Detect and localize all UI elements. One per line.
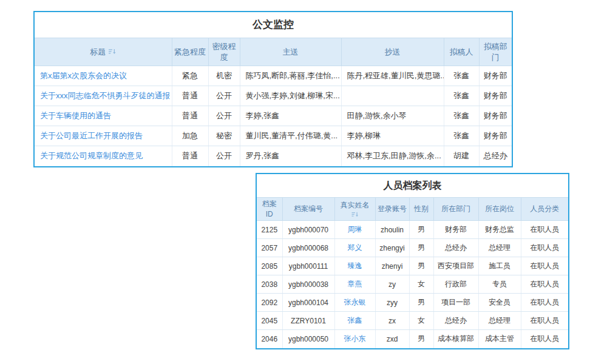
archive-code-cell-container: ygbh000038	[282, 275, 334, 294]
login-account-cell-container: zyy	[375, 294, 409, 312]
real-name-link[interactable]: 张永银	[344, 298, 366, 306]
archive-code-cell-container: ygbh000104	[282, 294, 334, 312]
doc-title-link-container: 关于xxx同志临危不惧勇斗歹徒的通报	[35, 86, 172, 106]
real-name-link-container: 张小东	[334, 330, 375, 348]
category-cell-container: 在职人员	[521, 294, 568, 312]
secrecy-cell-container: 公开	[208, 106, 240, 126]
main-send-cell-container: 董川民,董清平,付伟璐,黄...	[240, 126, 341, 146]
department-cell-container: 行政部	[433, 275, 478, 294]
col-header-login-account: 登录账号	[375, 198, 409, 221]
real-name-link[interactable]: 章燕	[348, 280, 362, 288]
col-header-draft-dept: 拟稿部门	[479, 38, 512, 66]
archive-id-cell-container: 2092	[257, 294, 282, 312]
secrecy-cell-container: 公开	[208, 146, 240, 166]
login-account-cell-container: zy	[375, 275, 409, 294]
sort-icon[interactable]	[109, 48, 116, 55]
doc-title-link[interactable]: 关于规范公司规章制度的意见	[40, 151, 143, 160]
doc-title-link[interactable]: 关于公司最近工作开展的报告	[40, 131, 143, 140]
department-cell-container: 西安项目部	[433, 257, 478, 275]
urgency-cell-container: 加急	[172, 126, 208, 146]
col-header-urgency: 紧急程度	[172, 38, 208, 66]
table-row: 第x届第x次股东会的决议紧急机密陈巧凤,断郎,蒋丽,李佳怡,...陈丹,程亚雄,…	[35, 66, 512, 86]
secrecy-cell-container: 公开	[208, 86, 240, 106]
doc-header-row: 标题 紧急程度 密级程度 主送 抄送 拟稿人 拟稿部门	[35, 38, 512, 66]
gender-cell-container: 男	[409, 294, 433, 312]
archive-code-cell-container: ygbh000068	[282, 239, 334, 257]
gender-cell-container: 男	[409, 221, 433, 239]
drafter-cell-container: 张鑫	[444, 86, 479, 106]
real-name-link[interactable]: 周琳	[348, 225, 362, 234]
login-account-cell-container: zhoulin	[375, 221, 409, 239]
doc-monitor-panel: 公文监控 标题	[33, 11, 513, 167]
gender-cell-container: 男	[409, 239, 433, 257]
personnel-header-row: 档案ID 档案编号 真实姓名 登录账号 性别	[257, 198, 568, 221]
draft-dept-cell-container: 财务部	[479, 106, 512, 126]
main-send-cell-container: 陈巧凤,断郎,蒋丽,李佳怡,...	[240, 66, 341, 86]
col-header-doc-title[interactable]: 标题	[35, 38, 172, 66]
col-header-secrecy: 密级程度	[208, 38, 240, 66]
real-name-link-container: 郑义	[334, 239, 375, 257]
gender-cell-container: 女	[409, 275, 433, 294]
login-account-cell-container: zxd	[375, 330, 409, 348]
cc-cell-container: 邓林,李卫东,田静,游恢,余...	[341, 146, 444, 166]
personnel-archive-table: 档案ID 档案编号 真实姓名 登录账号 性别	[257, 197, 568, 348]
post-cell-container: 专员	[478, 275, 521, 294]
col-header-department: 所在部门	[433, 198, 478, 221]
real-name-link-container: 臻逸	[334, 257, 375, 275]
department-cell-container: 项目一部	[433, 294, 478, 312]
post-cell-container: 总经理	[478, 239, 521, 257]
gender-cell-container: 男	[409, 330, 433, 348]
col-header-archive-id: 档案ID	[257, 198, 282, 221]
real-name-link[interactable]: 张鑫	[348, 316, 362, 325]
sort-icon[interactable]	[351, 211, 359, 218]
archive-id-cell-container: 2057	[257, 239, 282, 257]
col-header-post: 所在岗位	[478, 198, 521, 221]
login-account-cell-container: zhengyi	[375, 239, 409, 257]
table-row: 2125ygbh000070周琳zhoulin男财务部财务总监在职人员	[257, 221, 568, 239]
category-cell-container: 在职人员	[521, 239, 568, 257]
login-account-cell-container: zx	[375, 312, 409, 330]
personnel-archive-title: 人员档案列表	[257, 174, 568, 197]
urgency-cell-container: 紧急	[172, 66, 208, 86]
secrecy-cell-container: 秘密	[208, 126, 240, 146]
drafter-cell-container: 张鑫	[444, 106, 479, 126]
department-cell-container: 总经办	[433, 312, 478, 330]
post-cell-container: 施工员	[478, 257, 521, 275]
real-name-link[interactable]: 张小东	[344, 334, 366, 343]
archive-id-cell-container: 2045	[257, 312, 282, 330]
col-header-archive-code: 档案编号	[282, 198, 334, 221]
cc-cell-container: 李婷,柳琳	[341, 126, 444, 146]
post-cell-container: 总经理	[478, 312, 521, 330]
cc-cell-container	[341, 86, 444, 106]
table-row: 2045ZZRY0101张鑫zx女总经办总经理在职人员	[257, 312, 568, 330]
real-name-link[interactable]: 郑义	[348, 243, 362, 252]
archive-code-cell-container: ygbh000070	[282, 221, 334, 239]
draft-dept-cell-container: 财务部	[479, 66, 512, 86]
doc-title-link-container: 关于公司最近工作开展的报告	[35, 126, 172, 146]
col-header-category: 人员分类	[521, 198, 568, 221]
doc-monitor-table: 标题 紧急程度 密级程度 主送 抄送 拟稿人 拟稿部门	[35, 38, 512, 166]
archive-code-cell-container: ygbh000050	[282, 330, 334, 348]
drafter-cell-container: 张鑫	[444, 66, 479, 86]
main-send-cell-container: 李婷,张鑫	[240, 106, 341, 126]
table-row: 关于车辆使用的通告普通公开李婷,张鑫田静,游恢,余小琴张鑫财务部	[35, 106, 512, 126]
archive-code-cell-container: ygbh000111	[282, 257, 334, 275]
draft-dept-cell-container: 财务部	[479, 126, 512, 146]
doc-title-link[interactable]: 第x届第x次股东会的决议	[40, 71, 127, 80]
col-header-doc-title-label: 标题	[90, 47, 106, 58]
col-header-cc: 抄送	[341, 38, 444, 66]
table-row: 关于xxx同志临危不惧勇斗歹徒的通报普通公开黄小强,李婷,刘健,柳琳,宋...张…	[35, 86, 512, 106]
col-header-drafter: 拟稿人	[444, 38, 479, 66]
login-account-cell-container: zhenyi	[375, 257, 409, 275]
doc-title-link[interactable]: 关于车辆使用的通告	[40, 111, 111, 120]
col-header-real-name[interactable]: 真实姓名	[334, 198, 375, 221]
category-cell-container: 在职人员	[521, 257, 568, 275]
real-name-link[interactable]: 臻逸	[348, 261, 362, 270]
post-cell-container: 成本主管	[478, 330, 521, 348]
doc-monitor-title: 公文监控	[35, 12, 512, 38]
category-cell-container: 在职人员	[521, 275, 568, 294]
secrecy-cell-container: 机密	[208, 66, 240, 86]
doc-table-body: 第x届第x次股东会的决议紧急机密陈巧凤,断郎,蒋丽,李佳怡,...陈丹,程亚雄,…	[35, 66, 512, 166]
doc-title-link-container: 关于车辆使用的通告	[35, 106, 172, 126]
doc-title-link[interactable]: 关于xxx同志临危不惧勇斗歹徒的通报	[40, 91, 171, 100]
